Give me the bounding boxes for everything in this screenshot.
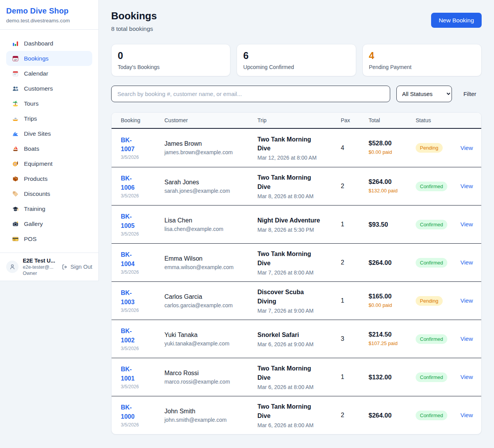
sidebar-item-equipment[interactable]: Equipment (6, 156, 92, 171)
view-link[interactable]: View (460, 259, 473, 266)
table-row: BK-1002 3/5/2026 Yuki Tanaka yuki.tanaka… (112, 320, 481, 358)
booking-id-link[interactable]: BK-1000 (121, 403, 143, 421)
customer-cell: James Brown james.brown@example.com (164, 140, 257, 155)
sidebar-item-training[interactable]: Training (6, 201, 92, 216)
stat-card: 0 Today's Bookings (111, 44, 230, 76)
new-booking-button[interactable]: New Booking (431, 13, 482, 28)
bookings-icon: 17 (12, 55, 19, 62)
total-amount: $264.00 (369, 259, 416, 266)
main-content: Bookings 8 total bookings New Booking 0 … (99, 0, 494, 447)
trip-name: Two Tank Morning Dive (257, 364, 324, 382)
total-cell: $93.50 (369, 221, 416, 228)
booking-cell: BK-1003 3/5/2026 (121, 288, 164, 313)
sidebar-item-tours[interactable]: Tours (6, 96, 92, 111)
paid-amount: $0.00 paid (369, 302, 399, 309)
view-link[interactable]: View (460, 374, 473, 380)
sidebar-item-gallery[interactable]: Gallery (6, 216, 92, 231)
svg-text:17: 17 (14, 58, 17, 61)
booking-cell: BK-1007 3/5/2026 (121, 136, 164, 160)
search-input[interactable] (111, 86, 390, 102)
sailboat-icon (12, 145, 19, 152)
view-link[interactable]: View (460, 183, 473, 189)
stat-label: Pending Payment (369, 64, 475, 70)
sidebar-item-customers[interactable]: Customers (6, 81, 92, 96)
sidebar-item-dashboard[interactable]: Dashboard (6, 36, 92, 51)
pax-cell: 1 (341, 374, 369, 381)
sidebar-item-products[interactable]: Products (6, 171, 92, 186)
sidebar-item-pos[interactable]: POS (6, 231, 92, 246)
booking-id-link[interactable]: BK-1003 (121, 288, 143, 306)
status-badge: Confirmed (416, 372, 447, 382)
total-amount: $264.00 (369, 178, 416, 185)
page-header: Bookings 8 total bookings New Booking (111, 10, 482, 32)
customer-email: carlos.garcia@example.com (164, 302, 257, 308)
paid-amount: $0.00 paid (369, 149, 399, 156)
status-cell: Confirmed (416, 182, 460, 191)
table-row: BK-1005 3/5/2026 Lisa Chen lisa.chen@exa… (112, 205, 481, 243)
customer-email: lisa.chen@example.com (164, 226, 257, 232)
view-link[interactable]: View (460, 145, 473, 151)
sidebar-item-discounts[interactable]: Discounts (6, 186, 92, 201)
stat-label: Today's Bookings (118, 64, 224, 70)
view-link[interactable]: View (460, 221, 473, 227)
total-cell: $264.00 (369, 259, 416, 266)
action-cell: View (460, 183, 473, 190)
column-header: Customer (164, 113, 257, 128)
booking-date: 3/5/2026 (121, 422, 164, 428)
sign-out-label: Sign Out (71, 264, 92, 270)
status-cell: Confirmed (416, 220, 460, 229)
table-row: BK-1000 3/5/2026 John Smith john.smith@e… (112, 396, 481, 434)
booking-id-link[interactable]: BK-1001 (121, 365, 143, 382)
action-cell: View (460, 221, 473, 228)
status-cell: Confirmed (416, 334, 460, 344)
sidebar-item-boats[interactable]: Boats (6, 141, 92, 156)
customer-cell: Carlos Garcia carlos.garcia@example.com (164, 293, 257, 308)
sign-out-button[interactable]: Sign Out (61, 264, 92, 270)
stat-card: 4 Pending Payment (362, 44, 482, 76)
package-icon (12, 175, 19, 182)
sidebar-item-calendar[interactable]: Calendar (6, 66, 92, 81)
status-cell: Confirmed (416, 411, 460, 420)
view-link[interactable]: View (460, 297, 473, 304)
user-info: E2E Test U... e2e-tester@... Owner (23, 258, 57, 276)
view-link[interactable]: View (460, 412, 473, 418)
camera-icon (12, 220, 19, 227)
island-icon (12, 100, 19, 107)
trip-datetime: Mar 6, 2026 at 9:00 AM (257, 341, 341, 347)
sidebar-item-trips[interactable]: Trips (6, 111, 92, 126)
booking-id-link[interactable]: BK-1002 (121, 327, 143, 344)
sidebar-item-label: Customers (24, 85, 53, 92)
dive-mask-icon (12, 160, 19, 167)
sidebar-item-bookings[interactable]: 17 Bookings (6, 51, 92, 66)
pax-cell: 2 (341, 183, 369, 190)
view-link[interactable]: View (460, 335, 473, 342)
total-amount: $528.00 (369, 140, 416, 147)
table-body: BK-1007 3/5/2026 James Brown james.brown… (112, 129, 481, 434)
sidebar-item-label: Training (24, 205, 45, 212)
total-amount: $264.00 (369, 412, 416, 419)
column-header: Status (416, 113, 460, 128)
total-amount: $165.00 (369, 293, 416, 300)
booking-id-link[interactable]: BK-1005 (121, 212, 143, 230)
trip-datetime: Mar 6, 2026 at 8:00 AM (257, 422, 341, 428)
filter-button[interactable]: Filter (458, 91, 482, 97)
trip-name: Two Tank Morning Dive (257, 402, 324, 420)
status-cell: Confirmed (416, 258, 460, 268)
booking-id-link[interactable]: BK-1004 (121, 250, 143, 268)
pax-cell: 2 (341, 412, 369, 419)
booking-id-link[interactable]: BK-1006 (121, 174, 143, 192)
customer-email: john.smith@example.com (164, 417, 257, 423)
sidebar-item-label: Tours (24, 100, 39, 107)
pax-cell: 1 (341, 221, 369, 228)
booking-id-link[interactable]: BK-1007 (121, 136, 143, 153)
status-select[interactable]: All Statuses (396, 86, 452, 102)
trip-datetime: Mar 7, 2026 at 8:00 AM (257, 269, 341, 276)
sidebar-item-dive-sites[interactable]: Dive Sites (6, 126, 92, 141)
table-row: BK-1001 3/5/2026 Marco Rossi marco.rossi… (112, 358, 481, 396)
sidebar-item-label: Dashboard (24, 40, 53, 47)
sidebar-item-label: Gallery (24, 221, 43, 227)
customer-name: Marco Rossi (164, 370, 257, 377)
page-header-text: Bookings 8 total bookings (111, 10, 157, 32)
credit-card-icon (12, 235, 19, 243)
sidebar-item-label: Discounts (24, 190, 50, 197)
